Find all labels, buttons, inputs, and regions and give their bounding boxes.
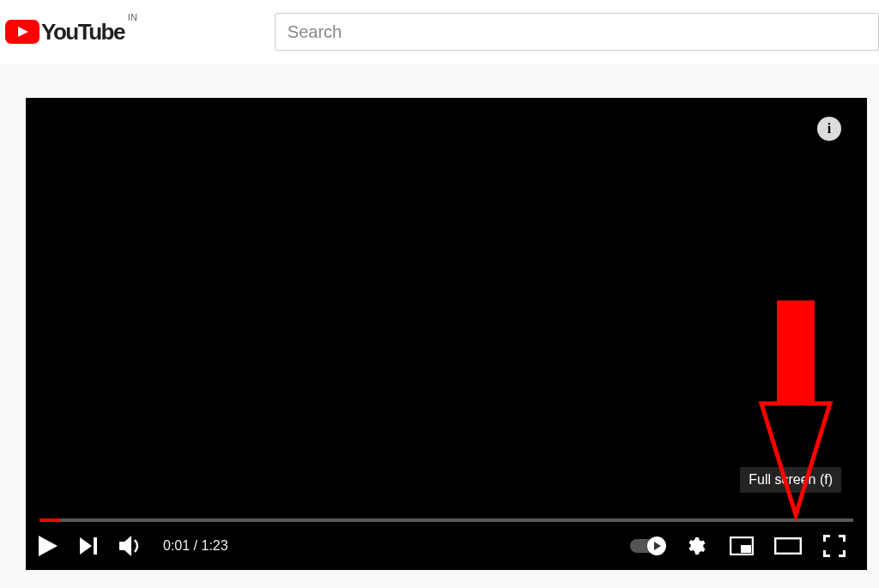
annotation-arrow <box>757 292 834 532</box>
theater-button[interactable] <box>773 530 803 561</box>
svg-marker-2 <box>39 536 58 556</box>
time-display: 0:01 / 1:23 <box>163 538 228 554</box>
volume-icon <box>119 536 142 556</box>
info-card-icon[interactable]: i <box>817 117 841 141</box>
next-button[interactable] <box>74 530 105 561</box>
video-player[interactable]: i Full screen (f) <box>26 98 867 570</box>
country-code: IN <box>128 12 137 22</box>
player-controls: 0:01 / 1:23 <box>26 522 867 570</box>
fullscreen-tooltip: Full screen (f) <box>740 467 841 493</box>
masthead: YouTube IN <box>0 0 879 64</box>
svg-marker-3 <box>80 537 92 555</box>
youtube-icon <box>5 20 39 44</box>
volume-button[interactable] <box>115 530 146 561</box>
fullscreen-icon <box>823 535 846 557</box>
autoplay-toggle[interactable] <box>630 539 664 553</box>
theater-icon <box>774 537 802 555</box>
miniplayer-icon <box>730 536 754 555</box>
next-icon <box>80 537 99 555</box>
search-container <box>275 13 879 51</box>
logo[interactable]: YouTube IN <box>0 19 137 45</box>
svg-marker-11 <box>761 403 830 515</box>
search-input[interactable] <box>275 13 879 51</box>
autoplay-knob <box>647 536 666 555</box>
settings-button[interactable] <box>680 530 711 561</box>
miniplayer-button[interactable] <box>726 530 757 561</box>
play-icon <box>39 536 58 556</box>
svg-marker-6 <box>654 542 661 550</box>
svg-rect-8 <box>741 545 751 553</box>
fullscreen-button[interactable] <box>819 530 850 561</box>
play-button[interactable] <box>33 530 64 561</box>
svg-marker-5 <box>119 536 131 556</box>
svg-rect-9 <box>775 538 801 554</box>
svg-rect-4 <box>94 537 97 555</box>
brand-text: YouTube <box>41 19 124 45</box>
play-small-icon <box>652 542 661 550</box>
svg-rect-10 <box>777 300 815 403</box>
gear-icon <box>685 536 706 556</box>
